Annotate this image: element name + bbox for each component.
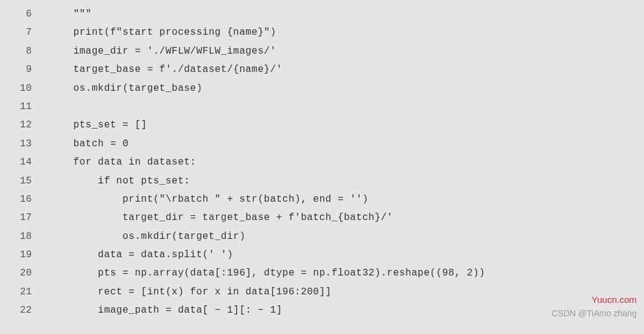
code-text: data = data.split(' ') (49, 246, 233, 264)
line-number: 13 (0, 135, 49, 153)
watermark-author: CSDN @TiAmo zhang (551, 305, 637, 322)
code-line: 14 for data in dataset: (0, 153, 644, 171)
line-number: 14 (0, 153, 49, 171)
line-number: 17 (0, 208, 49, 227)
code-line: 20 pts = np.array(data[:196], dtype = np… (0, 264, 644, 282)
line-number: 20 (0, 264, 49, 282)
code-text: pts_set = [] (49, 116, 147, 134)
code-line: 10 os.mkdir(target_base) (0, 79, 644, 98)
code-line: 15 if not pts_set: (0, 172, 644, 190)
line-number: 6 (0, 5, 49, 23)
code-text: target_dir = target_base + f'batch_{batc… (49, 208, 393, 227)
code-text: image_dir = './WFLW/WFLW_images/' (49, 42, 276, 60)
line-number: 18 (0, 227, 49, 246)
line-number: 19 (0, 246, 49, 264)
code-line: 16 print("\rbatch " + str(batch), end = … (0, 190, 644, 208)
code-line: 22 image_path = data[ − 1][: − 1] (0, 301, 644, 319)
line-number: 15 (0, 172, 49, 190)
line-number: 21 (0, 283, 49, 301)
code-text: print("\rbatch " + str(batch), end = '') (49, 190, 368, 208)
code-text: batch = 0 (49, 135, 128, 153)
code-text: image_path = data[ − 1][: − 1] (49, 301, 282, 319)
code-line: 17 target_dir = target_base + f'batch_{b… (0, 208, 644, 227)
code-text: target_base = f'./dataset/{name}/' (49, 60, 282, 79)
code-line: 9 target_base = f'./dataset/{name}/' (0, 60, 644, 79)
code-line: 6 """ (0, 5, 644, 23)
code-line: 19 data = data.split(' ') (0, 246, 644, 264)
line-number: 9 (0, 60, 49, 79)
code-text: print(f"start processing {name}") (49, 23, 276, 41)
code-text: pts = np.array(data[:196], dtype = np.fl… (49, 264, 485, 282)
line-number: 7 (0, 23, 49, 41)
code-line: 7 print(f"start processing {name}") (0, 23, 644, 41)
code-line: 13 batch = 0 (0, 135, 644, 153)
code-line: 18 os.mkdir(target_dir) (0, 227, 644, 246)
line-number: 10 (0, 79, 49, 98)
line-number: 12 (0, 116, 49, 134)
code-text: """ (49, 5, 92, 23)
code-text: if not pts_set: (49, 172, 190, 190)
code-block: 6 """ 7 print(f"start processing {name}"… (0, 5, 644, 320)
line-number: 8 (0, 42, 49, 60)
line-number: 16 (0, 190, 49, 208)
line-number: 11 (0, 98, 49, 116)
code-text: rect = [int(x) for x in data[196:200]] (49, 283, 332, 301)
code-text: for data in dataset: (49, 153, 196, 171)
code-line: 12 pts_set = [] (0, 116, 644, 134)
code-text: os.mkdir(target_base) (49, 79, 203, 98)
line-number: 22 (0, 301, 49, 319)
code-text: os.mkdir(target_dir) (49, 227, 245, 246)
code-line: 21 rect = [int(x) for x in data[196:200]… (0, 283, 644, 301)
code-line: 11 (0, 98, 644, 116)
code-line: 8 image_dir = './WFLW/WFLW_images/' (0, 42, 644, 60)
